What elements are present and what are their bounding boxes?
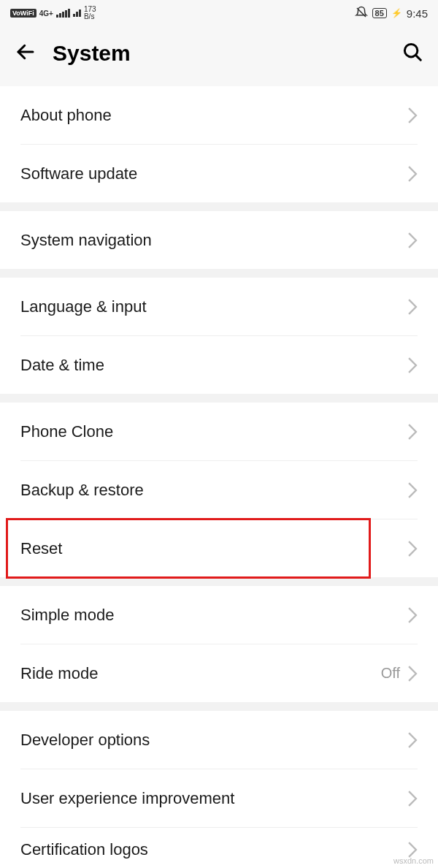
watermark: wsxdn.com bbox=[393, 856, 434, 865]
svg-line-2 bbox=[415, 55, 420, 60]
vowifi-badge: VoWiFi bbox=[10, 9, 36, 18]
settings-row-reset[interactable]: Reset bbox=[0, 519, 438, 577]
wifi-icon bbox=[73, 9, 81, 17]
settings-row-date-time[interactable]: Date & time bbox=[0, 336, 438, 394]
chevron-right-icon bbox=[407, 666, 418, 682]
battery-indicator: 85 bbox=[372, 8, 387, 18]
row-label: About phone bbox=[20, 106, 407, 125]
settings-row-software-update[interactable]: Software update bbox=[0, 145, 438, 202]
settings-group: System navigation bbox=[0, 211, 438, 269]
row-label: Ride mode bbox=[20, 664, 381, 683]
settings-group: Simple mode Ride mode Off bbox=[0, 586, 438, 702]
row-label: Phone Clone bbox=[20, 422, 407, 441]
settings-row-certification-logos[interactable]: Certification logos bbox=[0, 828, 438, 868]
row-label: Simple mode bbox=[20, 606, 407, 625]
row-label: Certification logos bbox=[20, 840, 407, 859]
row-label: System navigation bbox=[20, 231, 407, 250]
network-type-label: 4G+ bbox=[39, 9, 53, 18]
settings-row-user-experience-improvement[interactable]: User experience improvement bbox=[0, 769, 438, 827]
chevron-right-icon bbox=[407, 732, 418, 748]
settings-group: Phone Clone Backup & restore Reset bbox=[0, 403, 438, 577]
search-button[interactable] bbox=[402, 41, 423, 66]
dnd-icon bbox=[355, 6, 368, 21]
settings-row-developer-options[interactable]: Developer options bbox=[0, 711, 438, 769]
signal-icon bbox=[56, 9, 70, 18]
page-header: System bbox=[0, 26, 438, 86]
settings-row-backup-restore[interactable]: Backup & restore bbox=[0, 461, 438, 519]
network-speed: 173 B/s bbox=[84, 6, 96, 20]
chevron-right-icon bbox=[407, 299, 418, 315]
row-label: Software update bbox=[20, 164, 407, 183]
row-value: Off bbox=[381, 665, 400, 682]
row-label: Backup & restore bbox=[20, 481, 407, 500]
row-label: Reset bbox=[20, 539, 407, 558]
settings-row-phone-clone[interactable]: Phone Clone bbox=[0, 403, 438, 460]
settings-row-ride-mode[interactable]: Ride mode Off bbox=[0, 644, 438, 702]
chevron-right-icon bbox=[407, 541, 418, 557]
chevron-right-icon bbox=[407, 424, 418, 440]
chevron-right-icon bbox=[407, 607, 418, 623]
chevron-right-icon bbox=[407, 232, 418, 248]
row-label: Date & time bbox=[20, 356, 407, 375]
status-bar: VoWiFi 4G+ 173 B/s 85 ⚡ 9:45 bbox=[0, 0, 438, 26]
row-label: User experience improvement bbox=[20, 789, 407, 808]
chevron-right-icon bbox=[407, 107, 418, 123]
clock: 9:45 bbox=[407, 7, 428, 20]
status-left: VoWiFi 4G+ 173 B/s bbox=[10, 6, 96, 20]
chevron-right-icon bbox=[407, 357, 418, 373]
charging-icon: ⚡ bbox=[391, 8, 402, 18]
settings-row-about-phone[interactable]: About phone bbox=[0, 86, 438, 144]
chevron-right-icon bbox=[407, 842, 418, 858]
settings-group: Language & input Date & time bbox=[0, 278, 438, 394]
chevron-right-icon bbox=[407, 791, 418, 807]
network-speed-unit: B/s bbox=[84, 13, 96, 20]
settings-row-simple-mode[interactable]: Simple mode bbox=[0, 586, 438, 644]
row-label: Developer options bbox=[20, 731, 407, 750]
settings-row-system-navigation[interactable]: System navigation bbox=[0, 211, 438, 269]
row-label: Language & input bbox=[20, 297, 407, 316]
status-right: 85 ⚡ 9:45 bbox=[355, 6, 428, 21]
chevron-right-icon bbox=[407, 482, 418, 498]
battery-level: 85 bbox=[375, 9, 384, 18]
back-button[interactable] bbox=[15, 41, 36, 66]
page-title: System bbox=[53, 41, 385, 66]
chevron-right-icon bbox=[407, 166, 418, 182]
settings-row-language-input[interactable]: Language & input bbox=[0, 278, 438, 335]
settings-group: Developer options User experience improv… bbox=[0, 711, 438, 868]
settings-group: About phone Software update bbox=[0, 86, 438, 202]
